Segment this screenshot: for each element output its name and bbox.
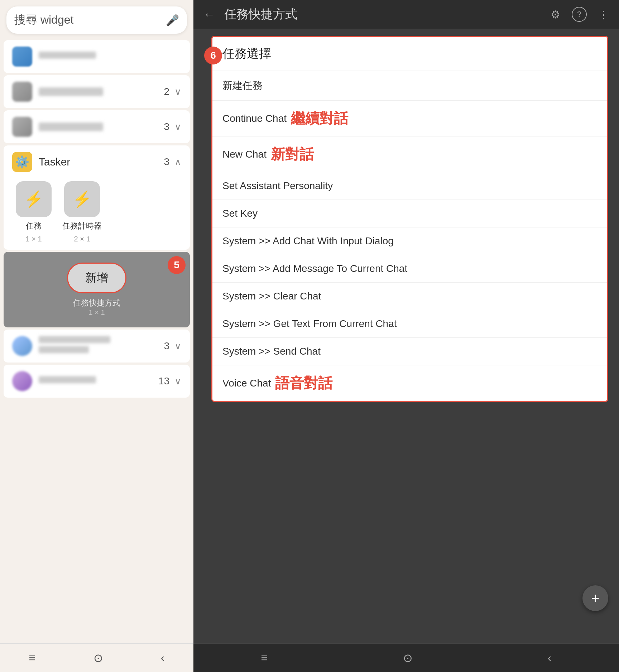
list-item[interactable]: 2 ∨ — [4, 75, 190, 108]
widget-count: 2 — [164, 86, 169, 97]
back-nav-icon[interactable]: ‹ — [161, 651, 165, 664]
list-item — [4, 40, 190, 73]
tasker-count: 3 — [164, 156, 169, 168]
menu-item-text: Voice Chat — [222, 378, 271, 389]
chevron-up-icon[interactable]: ∧ — [174, 157, 181, 168]
list-item: 13 ∨ — [4, 365, 190, 398]
menu-item-text-red: 語音對話 — [275, 373, 332, 393]
widget-name-blurred — [39, 87, 103, 96]
add-widget-size: 1 × 1 — [88, 308, 105, 317]
tasker-name: Tasker — [39, 156, 164, 168]
widget-name — [39, 336, 110, 343]
avatar — [12, 117, 32, 137]
menu-item-text: New Chat — [222, 149, 267, 160]
menu-item-text: System >> Add Message To Current Chat — [222, 263, 407, 274]
panel-title: 任務選擇 — [222, 47, 271, 60]
menu-nav-icon-right[interactable]: ≡ — [261, 651, 268, 664]
mic-icon[interactable]: 🎤 — [166, 14, 179, 27]
menu-item-send-chat[interactable]: System >> Send Chat — [212, 338, 607, 365]
menu-item-text: System >> Add Chat With Input Dialog — [222, 235, 394, 247]
panel-wrapper: 6 任務選擇 新建任務 Continue Chat 繼續對話 New Chat … — [211, 36, 608, 402]
widget-name — [39, 52, 96, 59]
menu-item-clear-chat[interactable]: System >> Clear Chat — [212, 283, 607, 310]
step-5-badge: 5 — [168, 256, 186, 274]
chevron-down-icon[interactable]: ∨ — [174, 86, 181, 97]
widget-count: 3 — [164, 340, 169, 352]
menu-item-add-message[interactable]: System >> Add Message To Current Chat — [212, 255, 607, 283]
widget-count: 13 — [158, 375, 169, 387]
timer-widget-icon: ⚡ — [64, 181, 100, 217]
back-nav-icon-right[interactable]: ‹ — [548, 651, 552, 664]
menu-item-continue-chat[interactable]: Continue Chat 繼續對話 — [212, 101, 607, 136]
widget-count: 3 — [164, 121, 169, 133]
widget-icon-task[interactable]: ⚡ 任務 1 × 1 — [16, 181, 52, 243]
avatar — [12, 47, 32, 67]
chevron-down-icon[interactable]: ∨ — [174, 121, 181, 133]
widget-name — [39, 376, 96, 383]
nav-bar-left: ≡ ⊙ ‹ — [0, 643, 193, 672]
step-6-badge: 6 — [204, 47, 222, 64]
chevron-down-icon[interactable]: ∨ — [174, 376, 181, 387]
widget-info — [39, 52, 181, 62]
menu-item-text: System >> Get Text From Current Chat — [222, 318, 397, 330]
right-content: 6 任務選擇 新建任務 Continue Chat 繼續對話 New Chat … — [193, 29, 619, 643]
panel-title-row: 任務選擇 — [212, 37, 607, 71]
menu-item-text: System >> Clear Chat — [222, 291, 321, 302]
help-icon[interactable]: ? — [572, 7, 587, 22]
menu-item-get-text[interactable]: System >> Get Text From Current Chat — [212, 310, 607, 338]
menu-item-text-red: 新對話 — [271, 144, 314, 164]
menu-item-voice-chat[interactable]: Voice Chat 語音對話 — [212, 365, 607, 401]
menu-item-text-red: 繼續對話 — [291, 109, 348, 128]
search-bar[interactable]: 搜尋 widget 🎤 — [6, 6, 187, 34]
timer-size: 2 × 1 — [74, 235, 90, 243]
widget-icon-timer[interactable]: ⚡ 任務計時器 2 × 1 — [62, 181, 102, 243]
menu-item-text: 新建任務 — [222, 79, 263, 92]
task-selection-panel: 任務選擇 新建任務 Continue Chat 繼續對話 New Chat 新對… — [211, 36, 608, 402]
menu-item-add-chat-input[interactable]: System >> Add Chat With Input Dialog — [212, 227, 607, 255]
header-title: 任務快捷方式 — [224, 6, 539, 23]
menu-item-text: Set Key — [222, 208, 258, 219]
chevron-down-icon[interactable]: ∨ — [174, 341, 181, 352]
avatar — [12, 82, 32, 102]
task-widget-icon: ⚡ — [16, 181, 52, 217]
menu-item-set-key[interactable]: Set Key — [212, 200, 607, 227]
widget-info — [39, 87, 164, 96]
menu-item-text: Set Assistant Personality — [222, 180, 333, 192]
menu-item-new-task[interactable]: 新建任務 — [212, 71, 607, 101]
widget-info — [39, 123, 164, 131]
fab-button[interactable]: + — [582, 585, 608, 611]
gear-icon[interactable]: ⚙ — [551, 8, 560, 21]
menu-item-text: Continue Chat — [222, 113, 287, 124]
right-header: ← 任務快捷方式 ⚙ ? ⋮ — [193, 0, 619, 29]
widget-name-2 — [39, 346, 89, 353]
widget-list: 2 ∨ 3 ∨ ⚙️ Tasker 3 ∧ — [0, 38, 193, 643]
home-nav-icon[interactable]: ⊙ — [93, 651, 103, 665]
widget-info — [39, 336, 164, 356]
widget-info — [39, 376, 158, 386]
list-item: 3 ∨ — [4, 330, 190, 363]
nav-bar-right: ≡ ⊙ ‹ — [193, 643, 619, 672]
tasker-header: ⚙️ Tasker 3 ∧ — [12, 152, 181, 172]
add-widget-label: 任務快捷方式 — [73, 298, 120, 308]
right-panel: ← 任務快捷方式 ⚙ ? ⋮ 6 任務選擇 新建任務 Continue Chat… — [193, 0, 619, 672]
menu-item-text: System >> Send Chat — [222, 346, 321, 357]
tasker-section: ⚙️ Tasker 3 ∧ ⚡ 任務 1 × 1 ⚡ 任務計時器 2 × 1 — [4, 145, 190, 250]
tasker-icon: ⚙️ — [12, 152, 32, 172]
add-button[interactable]: 新增 — [68, 264, 125, 292]
home-nav-icon-right[interactable]: ⊙ — [403, 651, 413, 665]
menu-nav-icon[interactable]: ≡ — [29, 651, 36, 664]
task-label: 任務 — [26, 221, 42, 231]
back-icon[interactable]: ← — [203, 8, 215, 21]
list-item[interactable]: 3 ∨ — [4, 110, 190, 143]
add-button-wrapper: 新增 — [67, 263, 126, 293]
task-size: 1 × 1 — [25, 235, 42, 243]
menu-item-new-chat[interactable]: New Chat 新對話 — [212, 136, 607, 172]
avatar — [12, 371, 32, 391]
widget-name-blurred — [39, 123, 103, 131]
timer-label: 任務計時器 — [62, 221, 102, 231]
add-widget-panel: 5 新增 任務快捷方式 1 × 1 — [4, 252, 190, 327]
menu-item-set-personality[interactable]: Set Assistant Personality — [212, 172, 607, 200]
widget-icons-row: ⚡ 任務 1 × 1 ⚡ 任務計時器 2 × 1 — [12, 178, 181, 243]
left-panel: 搜尋 widget 🎤 2 ∨ 3 ∨ — [0, 0, 193, 672]
more-icon[interactable]: ⋮ — [598, 8, 609, 21]
